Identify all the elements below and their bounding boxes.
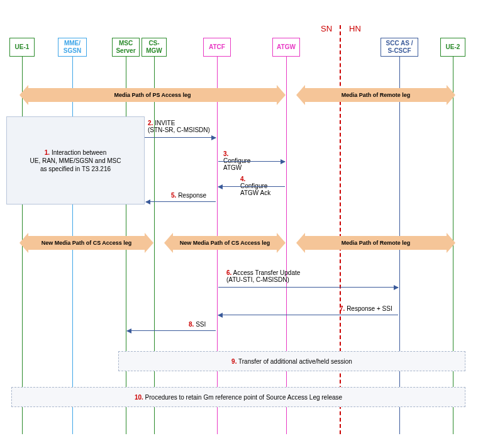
step-7-text: Response + SSI (347, 305, 392, 312)
step-2-text-b: (STN-SR, C-MSISDN) (148, 126, 210, 133)
step-6-arrow (218, 287, 398, 288)
step-3-num: 3. (223, 150, 228, 157)
network-divider (340, 25, 341, 434)
actor-atcf: ATCF (203, 38, 231, 57)
actor-csmgw: CS- MGW (142, 38, 167, 57)
step-2-label: 2. INVITE (STN-SR, C-MSISDN) (148, 120, 210, 133)
step-5-num: 5. (171, 192, 176, 199)
step-5-text: Response (178, 192, 206, 199)
media-bar-remote-2: Media Path of Remote leg (305, 236, 447, 250)
step-5-arrow (146, 201, 216, 202)
media-bar-cs-1: New Media Path of CS Access leg (28, 236, 145, 250)
actor-ue2: UE-2 (440, 38, 465, 57)
step-4-text: Configure ATGW Ack (240, 182, 270, 196)
step-3-arrow (218, 161, 285, 162)
media-bar-cs-2: New Media Path of CS Access leg (173, 236, 277, 250)
step-8-text: SSI (196, 321, 206, 328)
actor-msc: MSC Server (112, 38, 140, 57)
step-6-num: 6. (226, 269, 231, 276)
step-4-num: 4. (240, 176, 245, 182)
step-1-box: 1. Interaction between UE, RAN, MME/SGSN… (6, 116, 145, 204)
step-5-label: 5. Response (171, 192, 206, 199)
step-10-box: 10. Procedures to retain Gm reference po… (11, 387, 465, 407)
step-4-label: 4. Configure ATGW Ack (240, 169, 270, 196)
step-2-text-a: INVITE (155, 120, 175, 126)
step-7-arrow (218, 315, 398, 315)
step-10-num: 10. (135, 394, 143, 401)
step-1-num: 1. (45, 149, 50, 156)
actor-ue1: UE-1 (9, 38, 35, 57)
step-9-text: Transfer of additional active/held sessi… (238, 358, 352, 365)
media-bar-ps-access: Media Path of PS Access leg (28, 88, 277, 102)
step-8-arrow (127, 330, 216, 331)
lifeline-atgw (286, 57, 287, 434)
step-6-label: 6. Access Transfer Update (ATU-STI, C-MS… (226, 269, 300, 283)
step-6-text-b: (ATU-STI, C-MSISDN) (226, 276, 289, 283)
actor-scc: SCC AS / S-CSCF (381, 38, 418, 57)
step-10-text: Procedures to retain Gm reference point … (145, 394, 343, 401)
actor-mme: MME/ SGSN (58, 38, 87, 57)
step-7-label: 7. Response + SSI (340, 305, 392, 312)
actor-atgw: ATGW (272, 38, 300, 57)
step-9-num: 9. (231, 358, 236, 365)
sequence-diagram: SN HN UE-1 MME/ SGSN MSC Server CS- MGW … (0, 0, 478, 448)
media-bar-remote-1: Media Path of Remote leg (305, 88, 447, 102)
sn-label: SN (321, 24, 332, 33)
step-3-label: 3. Configure ATGW (223, 143, 250, 171)
step-2-arrow (145, 137, 216, 138)
step-8-label: 8. SSI (189, 321, 206, 328)
step-7-num: 7. (340, 305, 345, 312)
step-9-box: 9. Transfer of additional active/held se… (118, 351, 465, 371)
hn-label: HN (349, 24, 361, 33)
step-2-num: 2. (148, 120, 153, 126)
step-8-num: 8. (189, 321, 194, 328)
step-6-text-a: Access Transfer Update (233, 269, 301, 276)
step-4-arrow (218, 186, 285, 187)
lifeline-csmgw (154, 57, 155, 434)
step-1-text: Interaction between UE, RAN, MME/SGSN an… (30, 149, 121, 172)
